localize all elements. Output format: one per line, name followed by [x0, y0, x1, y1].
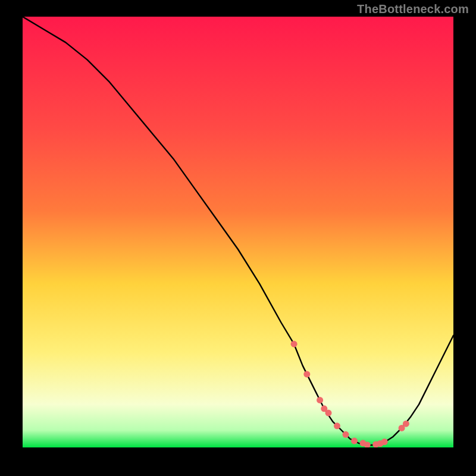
valley-dot [325, 410, 332, 416]
valley-dot [334, 422, 340, 429]
valley-dot [317, 397, 323, 403]
valley-dot [303, 371, 310, 377]
chart-frame: TheBottleneck.com [0, 0, 476, 476]
valley-dot [403, 421, 409, 427]
watermark-text: TheBottleneck.com [357, 2, 469, 16]
valley-dot [381, 439, 388, 445]
gradient-bg [23, 17, 453, 447]
chart-plot [23, 17, 453, 447]
valley-dot [291, 341, 298, 347]
valley-dot [351, 438, 358, 444]
valley-dot [343, 431, 349, 438]
